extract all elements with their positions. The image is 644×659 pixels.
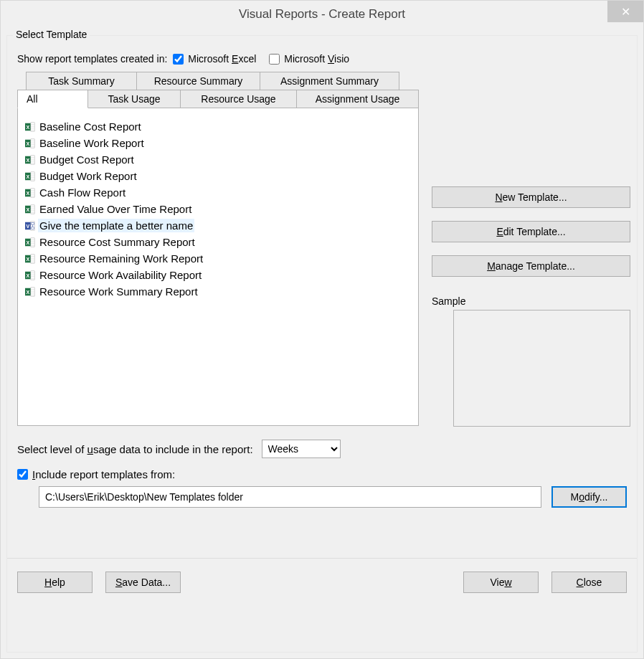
close-button[interactable]: Close [551,572,627,593]
excel-icon: X [25,270,35,280]
tab-task-usage[interactable]: Task Usage [87,90,181,108]
excel-icon: X [25,204,35,214]
list-item-label: Resource Work Summary Report [38,285,199,298]
sample-label: Sample [432,295,630,307]
visio-checkbox-wrap[interactable]: Microsoft Visio [269,53,349,65]
title-bar: Visual Reports - Create Report ✕ [1,1,643,28]
list-item[interactable]: XBudget Cost Report [25,151,411,168]
main-area: Task Summary Resource Summary Assignment… [17,72,627,427]
tab-assignment-summary[interactable]: Assignment Summary [260,72,399,90]
filter-row: Show report templates created in: Micros… [17,53,627,65]
view-button[interactable]: View [463,572,539,593]
tab-row-1: Task Summary Resource Summary Assignment… [26,72,419,90]
manage-template-button[interactable]: Manage Template... [432,255,630,277]
path-row: Modify... [17,486,627,508]
group-label: Select Template [13,29,90,40]
list-item-label: Resource Remaining Work Report [38,252,204,265]
tab-assignment-usage[interactable]: Assignment Usage [296,90,419,108]
close-icon: ✕ [621,5,630,19]
svg-text:X: X [27,174,30,179]
excel-label: Microsoft Excel [188,53,256,65]
window-close-button[interactable]: ✕ [607,1,643,22]
include-label: Include report templates from: [32,468,175,480]
visio-checkbox[interactable] [269,54,280,65]
filter-label: Show report templates created in: [17,53,167,65]
excel-icon: X [25,138,35,148]
help-button[interactable]: Help [17,572,93,593]
excel-icon: X [25,188,35,198]
excel-icon: X [25,287,35,297]
svg-text:X: X [27,289,30,294]
svg-text:X: X [27,240,30,245]
list-item[interactable]: XResource Work Summary Report [25,283,411,300]
list-item[interactable]: XBaseline Cost Report [25,118,411,135]
include-checkbox[interactable] [17,469,28,480]
footer: Help Save Data... View Close [17,559,627,605]
right-column: New Template... Edit Template... Manage … [432,72,630,427]
tab-resource-usage[interactable]: Resource Usage [180,90,297,108]
list-item[interactable]: XEarned Value Over Time Report [25,201,411,217]
list-item-label: Resource Work Availability Report [38,268,203,282]
svg-text:X: X [27,207,30,212]
excel-checkbox[interactable] [173,54,184,65]
modify-button[interactable]: Modify... [551,486,627,508]
list-item[interactable]: XBaseline Work Report [25,135,411,151]
svg-text:V: V [27,223,30,228]
excel-icon: X [25,237,35,247]
template-list[interactable]: XBaseline Cost ReportXBaseline Work Repo… [17,108,419,426]
tab-task-summary[interactable]: Task Summary [26,72,137,90]
list-item-label: Budget Cost Report [38,153,136,166]
list-item-label: Give the template a better name [38,219,194,232]
svg-text:X: X [27,157,30,162]
svg-text:X: X [27,141,30,146]
list-item-label: Cash Flow Report [38,186,127,199]
content-area: Select Template Show report templates cr… [6,35,638,653]
dialog-window: Visual Reports - Create Report ✕ Select … [0,0,644,659]
new-template-button[interactable]: New Template... [432,186,630,208]
tab-row-2: All Task Usage Resource Usage Assignment… [17,90,419,108]
svg-text:X: X [27,272,30,278]
usage-row: Select level of usage data to include in… [17,440,627,458]
svg-text:X: X [27,124,30,129]
save-data-button[interactable]: Save Data... [105,572,181,593]
visio-icon: V [25,221,35,231]
list-item[interactable]: XResource Cost Summary Report [25,234,411,250]
list-item-label: Earned Value Over Time Report [38,202,193,216]
excel-checkbox-wrap[interactable]: Microsoft Excel [173,53,256,65]
list-item[interactable]: XBudget Work Report [25,168,411,184]
visio-label: Microsoft Visio [284,53,349,65]
left-column: Task Summary Resource Summary Assignment… [17,72,419,427]
tab-strip: Task Summary Resource Summary Assignment… [17,72,419,108]
tab-all[interactable]: All [17,90,88,108]
usage-level-select[interactable]: Weeks [262,440,341,458]
svg-text:X: X [27,190,30,195]
list-item-label: Baseline Work Report [38,136,146,150]
list-item-label: Resource Cost Summary Report [38,235,196,249]
svg-text:X: X [27,256,30,261]
excel-icon: X [25,155,35,165]
usage-label: Select level of usage data to include in… [17,443,253,455]
list-item[interactable]: XCash Flow Report [25,184,411,201]
list-item[interactable]: VGive the template a better name [25,217,411,234]
template-path-input[interactable] [39,486,541,508]
window-title: Visual Reports - Create Report [239,7,405,22]
list-item-label: Budget Work Report [38,169,138,183]
edit-template-button[interactable]: Edit Template... [432,221,630,242]
sample-preview [453,310,630,427]
list-item[interactable]: XResource Work Availability Report [25,267,411,283]
list-item-label: Baseline Cost Report [38,120,143,133]
excel-icon: X [25,171,35,181]
tab-resource-summary[interactable]: Resource Summary [136,72,260,90]
excel-icon: X [25,254,35,264]
list-item[interactable]: XResource Remaining Work Report [25,250,411,267]
excel-icon: X [25,122,35,132]
include-row: Include report templates from: [17,468,627,480]
